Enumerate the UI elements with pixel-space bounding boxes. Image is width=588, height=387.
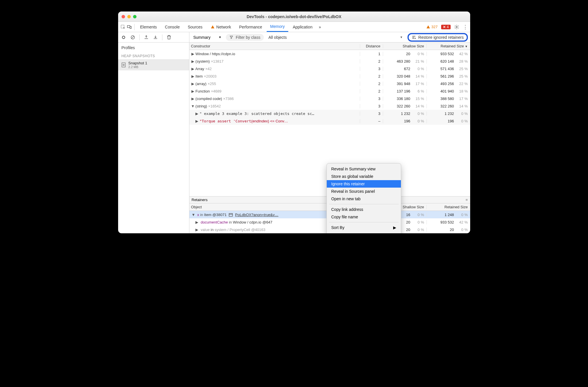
ctx-ignore-retainer[interactable]: Ignore this retainer [327, 180, 401, 188]
table-row[interactable]: ▶ "Torque assert 'Convert(endIndex) <= C… [189, 117, 470, 125]
inspect-icon[interactable] [120, 24, 126, 30]
error-count[interactable]: ✕4 [441, 25, 451, 29]
ctx-store-global[interactable]: Store as global variable [327, 173, 401, 180]
col-retained[interactable]: Retained Size ▼ [426, 44, 470, 48]
col-shallow[interactable]: Shallow Size [383, 44, 426, 48]
kebab-menu-icon[interactable]: ⋮ [463, 24, 468, 30]
table-row[interactable]: ▶ " example 3 example 3: scattered objec… [189, 110, 470, 117]
devtools-tabbar: Elements Console Sources Network Perform… [118, 22, 470, 32]
heap-snapshots-label: HEAP SNAPSHOTS [118, 51, 189, 59]
tab-console[interactable]: Console [162, 22, 183, 32]
minimize-window[interactable] [127, 15, 131, 18]
context-menu: Reveal in Summary view Store as global v… [326, 163, 401, 233]
svg-point-4 [122, 36, 125, 38]
svg-rect-1 [127, 25, 130, 28]
restore-icon [412, 35, 416, 40]
gear-icon[interactable] [454, 24, 459, 30]
col-retained2[interactable]: Retained Size [426, 205, 470, 209]
close-window[interactable] [122, 15, 125, 18]
all-objects-dropdown[interactable]: All objects [267, 35, 289, 40]
tab-sources[interactable]: Sources [184, 22, 206, 32]
record-icon[interactable] [121, 35, 126, 40]
profiles-label: Profiles [118, 43, 189, 51]
svg-rect-2 [130, 26, 131, 28]
table-row[interactable]: ▼ (string)×16542 3 322 26014 % 322 26014… [189, 102, 470, 110]
table-row[interactable]: ▶ Array×42 3 6720 % 571 43625 % [189, 65, 470, 72]
table-row[interactable]: ▶ Function×4689 2 137 1966 % 401 94018 % [189, 87, 470, 95]
table-row[interactable]: ▶ (system)×13817 2 463 28021 % 620 14828… [189, 57, 470, 65]
tab-memory[interactable]: Memory [267, 22, 288, 32]
ctx-header-options[interactable]: Header Options▶ [327, 231, 401, 233]
ctx-sort-by[interactable]: Sort By▶ [327, 224, 401, 231]
filter-by-class[interactable]: Filter by class [226, 34, 264, 41]
svg-rect-7 [122, 63, 125, 67]
table-row[interactable]: ▶ Item×20003 2 320 04814 % 561 29625 % [189, 72, 470, 80]
download-icon[interactable] [153, 35, 158, 40]
window-title: DevTools - codepen.io/web-dot-dev/live/P… [118, 14, 470, 19]
titlebar: DevTools - codepen.io/web-dot-dev/live/P… [118, 11, 470, 22]
delete-icon[interactable] [166, 35, 172, 40]
tab-elements[interactable]: Elements [137, 22, 160, 32]
snapshot-name: Snapshot 1 [128, 61, 147, 65]
svg-rect-9 [229, 213, 232, 216]
snapshot-icon [121, 62, 126, 68]
snapshot-item[interactable]: Snapshot 1 2.2 MB [118, 59, 189, 70]
upload-icon[interactable] [144, 35, 149, 40]
tab-network[interactable]: Network [207, 22, 235, 32]
ctx-copy-filename[interactable]: Copy file name [327, 213, 401, 221]
ctx-reveal-summary[interactable]: Reveal in Summary view [327, 165, 401, 173]
tab-performance[interactable]: Performance [236, 22, 266, 32]
window-icon [229, 213, 233, 217]
table-row[interactable]: ▶ Window / https://cdpn.io 1 200 % 933 5… [189, 50, 470, 57]
table-row[interactable]: ▶ (array)×255 2 391 94817 % 493 25622 % [189, 80, 470, 87]
snapshot-size: 2.2 MB [128, 65, 147, 69]
device-toggle-icon[interactable] [127, 24, 132, 30]
summary-dropdown[interactable]: Summary▼ [192, 35, 223, 40]
filter-icon [229, 35, 233, 39]
devtools-window: DevTools - codepen.io/web-dot-dev/live/P… [118, 11, 470, 233]
ctx-reveal-sources[interactable]: Reveal in Sources panel [327, 188, 401, 195]
col-distance[interactable]: Distance [360, 44, 383, 48]
ctx-open-new-tab[interactable]: Open in new tab [327, 195, 401, 203]
restore-ignored-retainers-button[interactable]: Restore ignored retainers [408, 33, 468, 42]
left-sidebar: Profiles HEAP SNAPSHOTS Snapshot 1 2.2 M… [118, 32, 189, 233]
table-row[interactable]: ▶ (compiled code)×7386 3 336 18015 % 388… [189, 95, 470, 102]
tab-application[interactable]: Application [289, 22, 316, 32]
retainers-menu-icon[interactable]: ≡ [466, 198, 468, 202]
more-tabs-icon[interactable]: » [317, 25, 323, 29]
svg-point-8 [123, 64, 124, 66]
warning-count[interactable]: 327 [426, 25, 438, 29]
ctx-copy-link[interactable]: Copy link address [327, 206, 401, 213]
maximize-window[interactable] [133, 15, 137, 18]
col-constructor[interactable]: Constructor [189, 44, 360, 48]
svg-point-3 [456, 26, 457, 28]
clear-icon[interactable] [130, 35, 135, 40]
svg-line-6 [131, 36, 134, 38]
traffic-lights [122, 15, 137, 18]
